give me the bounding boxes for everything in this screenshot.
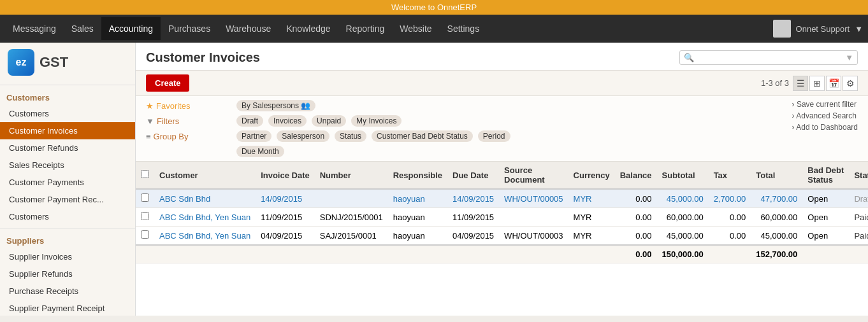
user-dropdown-icon[interactable]: ▼: [855, 24, 863, 34]
nav-accounting[interactable]: Accounting: [101, 17, 161, 40]
header-checkbox[interactable]: [136, 162, 154, 189]
row-due-date-0: 14/09/2015: [447, 189, 499, 208]
table-header-row: Customer Invoice Date Number Responsible…: [136, 162, 868, 189]
filter-unpaid[interactable]: Unpaid: [312, 115, 346, 127]
filters-label[interactable]: ▼ Filters: [146, 116, 229, 126]
favorites-label[interactable]: ★ Favorites: [146, 101, 229, 111]
groupby-label[interactable]: ≡ Group By: [146, 132, 229, 141]
row-responsible-0: haoyuan: [388, 189, 447, 208]
banner-text: Welcome to OnnetERP: [391, 3, 477, 12]
header-source-document: SourceDocument: [499, 162, 568, 189]
groupby-baddebt[interactable]: Customer Bad Debt Status: [372, 130, 473, 142]
header-tax: Tax: [709, 162, 751, 189]
row-customer-1: ABC Sdn Bhd, Yen Suan: [154, 208, 256, 227]
row-checkbox-0[interactable]: [136, 189, 154, 208]
sidebar-item-customer-invoices[interactable]: Customer Invoices: [0, 122, 135, 139]
row-status-2: Paid: [849, 227, 868, 246]
sidebar-item-purchase-receipts[interactable]: Purchase Receipts: [0, 283, 135, 300]
select-all-checkbox[interactable]: [141, 170, 149, 178]
sidebar-item-customers-bottom[interactable]: Customers: [0, 208, 135, 225]
favorites-row: ★ Favorites By Salespersons 👥: [146, 100, 510, 111]
row-balance-2: 0.00: [615, 227, 657, 246]
row-responsible-1: haoyuan: [388, 208, 447, 227]
filter-myinvoices[interactable]: My Invoices: [351, 115, 401, 127]
nav-website[interactable]: Website: [392, 17, 439, 40]
row-select-2[interactable]: [141, 230, 149, 239]
nav-messaging[interactable]: Messaging: [5, 17, 64, 40]
row-status-0: Draft: [849, 189, 868, 208]
customer-link-0[interactable]: ABC Sdn Bhd: [159, 194, 210, 204]
nav-settings[interactable]: Settings: [440, 17, 488, 40]
header-customer: Customer: [154, 162, 256, 189]
search-input[interactable]: [697, 53, 843, 62]
header-balance: Balance: [615, 162, 657, 189]
top-banner: Welcome to OnnetERP: [0, 0, 868, 15]
groupby-period[interactable]: Period: [478, 130, 510, 142]
filter-invoices[interactable]: Invoices: [268, 115, 307, 127]
page-title: Customer Invoices: [146, 50, 672, 65]
filter-draft[interactable]: Draft: [236, 115, 263, 127]
row-subtotal-2: 45,000.00: [657, 227, 709, 246]
user-label: Onnet Support: [796, 24, 850, 34]
row-tax-0: 2,700.00: [709, 189, 751, 208]
add-to-dashboard[interactable]: Add to Dashboard: [792, 123, 858, 132]
save-current-filter[interactable]: Save current filter: [792, 100, 858, 109]
favorites-option-0[interactable]: By Salespersons 👥: [236, 100, 315, 111]
row-checkbox-1[interactable]: [136, 208, 154, 227]
customer-link-2[interactable]: ABC Sdn Bhd, Yen Suan: [159, 231, 250, 241]
customer-link-1[interactable]: ABC Sdn Bhd, Yen Suan: [159, 213, 250, 222]
row-invoice-date-0: 14/09/2015: [256, 189, 315, 208]
sidebar-item-supplier-refunds[interactable]: Supplier Refunds: [0, 265, 135, 283]
row-due-date-1: 11/09/2015: [447, 208, 499, 227]
sidebar-divider-2: [0, 228, 135, 228]
nav-warehouse[interactable]: Warehouse: [218, 17, 278, 40]
sidebar-item-supplier-invoices[interactable]: Supplier Invoices: [0, 248, 135, 265]
nav-reporting[interactable]: Reporting: [338, 17, 393, 40]
row-customer-0: ABC Sdn Bhd: [154, 189, 256, 208]
row-source-doc-1: [499, 208, 568, 227]
row-currency-0: MYR: [568, 189, 615, 208]
nav-purchases[interactable]: Purchases: [161, 17, 218, 40]
filters-row: ▼ Filters Draft Invoices Unpaid My Invoi…: [146, 115, 510, 127]
kanban-view-icon[interactable]: ⊞: [809, 76, 825, 91]
table-row: ABC Sdn Bhd, Yen Suan 04/09/2015 SAJ/201…: [136, 227, 868, 246]
search-bar: 🔍 ▼: [679, 50, 858, 65]
activity-view-icon[interactable]: ⚙: [843, 76, 858, 91]
sidebar-item-customers-top[interactable]: Customers: [0, 105, 135, 122]
sidebar-divider: [0, 85, 135, 85]
logo-icon: ez: [8, 49, 34, 76]
search-dropdown-icon[interactable]: ▼: [845, 53, 853, 62]
calendar-view-icon[interactable]: 📅: [826, 76, 841, 91]
groupby-salesperson[interactable]: Salesperson: [277, 130, 329, 142]
list-view-icon[interactable]: ☰: [793, 76, 808, 91]
advanced-search[interactable]: Advanced Search: [792, 111, 858, 120]
row-total-1: 60,000.00: [751, 208, 802, 227]
sidebar-item-supplier-payment-receipt[interactable]: Supplier Payment Receipt: [0, 300, 135, 316]
sidebar-item-sales-receipts[interactable]: Sales Receipts: [0, 157, 135, 174]
row-currency-1: MYR: [568, 208, 615, 227]
sidebar-item-customer-payments[interactable]: Customer Payments: [0, 174, 135, 191]
create-button[interactable]: Create: [146, 74, 189, 92]
logo-text: GST: [40, 54, 68, 71]
table-container: Customer Invoice Date Number Responsible…: [136, 162, 868, 316]
row-bad-debt-0: Open: [802, 189, 849, 208]
footer-balance: 0.00: [615, 245, 657, 263]
sidebar-item-customer-refunds[interactable]: Customer Refunds: [0, 139, 135, 157]
row-source-doc-2: WH/OUT/00003: [499, 227, 568, 246]
customers-section-title: Customers: [0, 88, 135, 105]
main-content: Customer Invoices 🔍 ▼ Create 1-3 of 3 ☰ …: [136, 43, 868, 316]
row-currency-2: MYR: [568, 227, 615, 246]
row-balance-0: 0.00: [615, 189, 657, 208]
row-select-1[interactable]: [141, 212, 149, 220]
nav-sales[interactable]: Sales: [64, 17, 101, 40]
row-checkbox-2[interactable]: [136, 227, 154, 246]
sidebar-item-customer-payment-rec[interactable]: Customer Payment Rec...: [0, 191, 135, 208]
groupby-status[interactable]: Status: [335, 130, 366, 142]
nav-knowledge[interactable]: Knowledge: [278, 17, 338, 40]
groupby-partner[interactable]: Partner: [236, 130, 271, 142]
groupby-duemonth[interactable]: Due Month: [236, 146, 284, 157]
record-count: 1-3 of 3: [761, 78, 789, 88]
row-select-0[interactable]: [141, 193, 149, 202]
nav-bar: Messaging Sales Accounting Purchases War…: [0, 15, 868, 43]
filter-tags: Draft Invoices Unpaid My Invoices: [229, 115, 401, 127]
